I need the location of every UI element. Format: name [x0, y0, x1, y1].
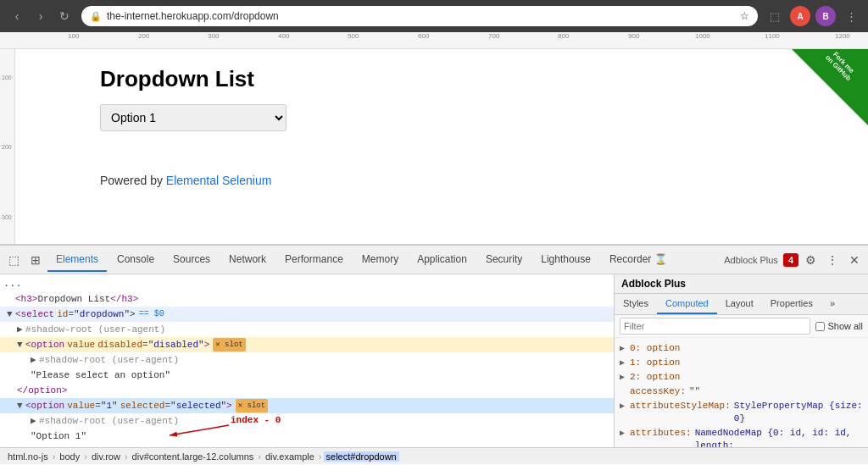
prop-1-option[interactable]: ▶ 1: option [615, 356, 868, 370]
profile-button[interactable]: A [790, 6, 810, 26]
dom-line-shadow3: ▶ #shadow-root (user-agent) [0, 413, 614, 429]
main-page-area: 100 200 300 400 500 600 700 800 900 1000… [0, 32, 868, 244]
tab-lighthouse[interactable]: Lighthouse [532, 248, 599, 272]
ruler-mark-300: 300 [208, 32, 219, 40]
filter-row: Show all [615, 315, 868, 338]
page-title: Dropdown List [100, 66, 868, 92]
right-tab-more[interactable]: » [821, 294, 843, 314]
ruler-mark-600: 600 [418, 32, 429, 40]
elemental-selenium-link[interactable]: Elemental Selenium [166, 174, 272, 187]
dom-line-select[interactable]: ▼ <select id="dropdown"> == $0 [0, 307, 614, 322]
devtools-right-actions: Adblock Plus 4 ⚙ ⋮ ✕ [724, 250, 865, 270]
device-toolbar-button[interactable]: ⊞ [25, 250, 46, 270]
ruler-mark-700: 700 [488, 32, 499, 40]
tab-elements[interactable]: Elements [47, 248, 107, 272]
github-corner[interactable]: Fork me on GitHub [792, 49, 868, 125]
profile2-button[interactable]: B [815, 6, 836, 26]
dom-panel: ... <h3>Dropdown List</h3> ▼ <select id=… [0, 274, 614, 447]
dom-line-close-option2: </option> [0, 444, 614, 447]
devtools-close-button[interactable]: ✕ [844, 250, 865, 270]
right-panel-header: Adblock Plus [615, 274, 868, 294]
browser-chrome: ‹ › ↻ 🔒 the-internet.herokuapp.com/dropd… [0, 0, 868, 32]
breadcrumb-body[interactable]: body [57, 451, 82, 462]
dom-line-shadow2: ▶ #shadow-root (user-agent) [0, 352, 614, 368]
dom-line-option-1[interactable]: ▼ <option value="1" selected="selected">… [0, 398, 614, 413]
ruler-mark-900: 900 [628, 32, 639, 40]
tab-network[interactable]: Network [220, 248, 275, 272]
left-ruler: 100 200 300 [0, 49, 15, 244]
tab-application[interactable]: Application [409, 248, 476, 272]
devtools-content: ... <h3>Dropdown List</h3> ▼ <select id=… [0, 274, 868, 447]
breadcrumb-div-content[interactable]: div#content.large-12.columns [130, 451, 257, 462]
breadcrumb-div-example[interactable]: div.example [263, 451, 317, 462]
page-content: Dropdown List Option 1 Option 2 Option 3… [15, 49, 868, 187]
slot-badge-1: ✕ slot [236, 399, 268, 412]
nav-buttons: ‹ › ↻ [7, 6, 75, 26]
devtools-panel: ⬚ ⊞ Elements Console Sources Network Per… [0, 244, 868, 464]
ruler-mark-1000: 1000 [695, 32, 710, 40]
extensions-button[interactable]: ⬚ [765, 6, 785, 26]
lock-icon: 🔒 [90, 11, 102, 22]
ruler-mark-200: 200 [138, 32, 149, 40]
dom-line-option1-text: "Option 1" [0, 429, 614, 444]
right-panel-content: ▶ 0: option ▶ 1: option ▶ 2: option ▶ ac… [615, 338, 868, 447]
adblock-count-button[interactable]: 4 [783, 253, 798, 267]
ruler-mark-100: 100 [68, 32, 79, 40]
dom-line-shadow1: ▶ #shadow-root (user-agent) [0, 322, 614, 337]
right-panel: Adblock Plus Styles Computed Layout Prop… [614, 274, 868, 447]
menu-button[interactable]: ⋮ [841, 6, 861, 26]
tab-security[interactable]: Security [477, 248, 531, 272]
ruler-mark-400: 400 [278, 32, 289, 40]
powered-by: Powered by Elemental Selenium [100, 174, 868, 187]
ruler-mark-500: 500 [348, 32, 359, 40]
bookmark-icon[interactable]: ☆ [740, 10, 749, 22]
ruler-mark-1100: 1100 [765, 32, 780, 40]
right-panel-tabs: Styles Computed Layout Properties » [615, 294, 868, 315]
ruler-mark-800: 800 [558, 32, 569, 40]
browser-actions: ⬚ A B ⋮ [765, 6, 861, 26]
adblock-label: Adblock Plus [724, 255, 778, 265]
prop-access-key: ▶ accessKey: "" [615, 385, 868, 399]
ruler-mark-1200: 1200 [835, 32, 850, 40]
dom-line-close-option1: </option> [0, 383, 614, 398]
dom-line-please-select: "Please select an option" [0, 368, 614, 383]
devtools-settings-button[interactable]: ⚙ [800, 250, 821, 270]
right-tab-styles[interactable]: Styles [615, 294, 657, 314]
reload-button[interactable]: ↻ [54, 6, 75, 26]
breadcrumb-select[interactable]: select#dropdown [324, 451, 399, 462]
inspect-element-button[interactable]: ⬚ [3, 250, 24, 270]
right-tab-properties[interactable]: Properties [762, 294, 821, 314]
url-text: the-internet.herokuapp.com/dropdown [107, 10, 735, 22]
prop-2-option[interactable]: ▶ 2: option [615, 370, 868, 385]
breadcrumb-html[interactable]: html.no-js [5, 451, 51, 462]
right-tab-layout[interactable]: Layout [717, 294, 762, 314]
prop-attributes: ▶ attributes: NamedNodeMap {0: id, id: i… [615, 426, 868, 447]
tab-performance[interactable]: Performance [276, 248, 352, 272]
right-tab-computed[interactable]: Computed [657, 294, 717, 314]
tab-sources[interactable]: Sources [164, 248, 219, 272]
dom-line-option-disabled[interactable]: ▼ <option value disabled="disabled"> ✕ s… [0, 337, 614, 352]
devtools-toolbar: ⬚ ⊞ Elements Console Sources Network Per… [0, 246, 868, 274]
tab-recorder[interactable]: Recorder ⌛ [601, 248, 676, 272]
tab-console[interactable]: Console [108, 248, 163, 272]
forward-button[interactable]: › [31, 6, 51, 26]
top-ruler: 100 200 300 400 500 600 700 800 900 1000… [0, 32, 868, 49]
prop-attribute-style-map: ▶ attributeStyleMap: StylePropertyMap {s… [615, 399, 868, 426]
show-all-label: Show all [815, 321, 863, 331]
back-button[interactable]: ‹ [7, 6, 27, 26]
slot-badge-disabled: ✕ slot [213, 338, 245, 352]
address-bar[interactable]: 🔒 the-internet.herokuapp.com/dropdown ☆ [81, 6, 758, 26]
dom-dots: ... [0, 276, 614, 291]
show-all-checkbox[interactable] [815, 322, 825, 331]
dropdown-select[interactable]: Option 1 Option 2 Option 3 [100, 104, 287, 131]
prop-0-option[interactable]: ▶ 0: option [615, 341, 868, 356]
dom-line-h3: <h3>Dropdown List</h3> [0, 291, 614, 307]
devtools-breadcrumb: html.no-js › body › div.row › div#conten… [0, 447, 868, 464]
tab-memory[interactable]: Memory [353, 248, 407, 272]
breadcrumb-div-row[interactable]: div.row [89, 451, 123, 462]
devtools-more-button[interactable]: ⋮ [822, 250, 843, 270]
properties-filter-input[interactable] [620, 318, 810, 335]
